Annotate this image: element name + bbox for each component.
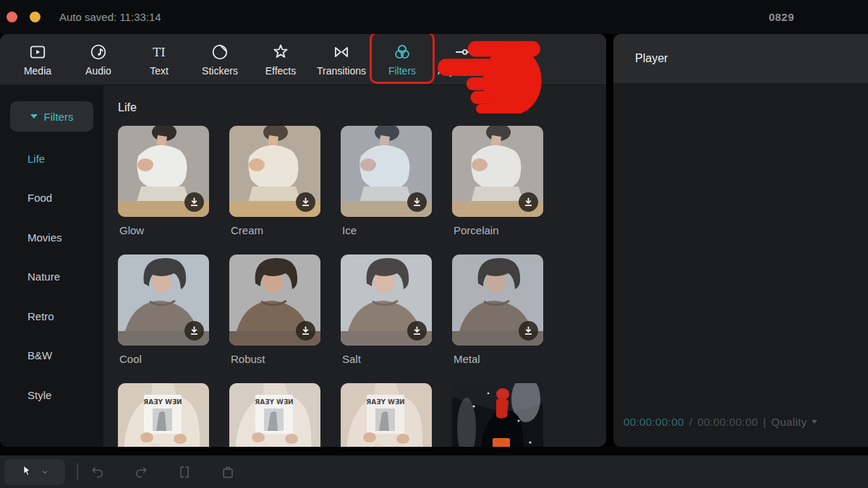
assets-panel: MediaAudioTITextStickersEffectsTransitio… [0, 34, 606, 447]
tab-audio[interactable]: Audio [68, 37, 129, 82]
filter-card-ice[interactable]: Ice [341, 126, 432, 254]
timebar-divider: | [763, 416, 766, 428]
delete-button[interactable] [219, 463, 237, 481]
filter-name: Glow [119, 224, 209, 237]
tab-label: Transitions [317, 65, 366, 77]
main-area: MediaAudioTITextStickersEffectsTransitio… [0, 34, 868, 447]
current-timecode: 00:00:00:00 [624, 416, 684, 428]
sidebar-header-filters[interactable]: Filters [10, 101, 93, 132]
tab-media[interactable]: Media [7, 37, 68, 82]
download-icon[interactable] [407, 321, 427, 341]
sidebar-item-movies[interactable]: Movies [0, 218, 103, 257]
sidebar-item-label: Movies [27, 231, 62, 244]
tab-adjustment[interactable]: Adjustment [433, 37, 493, 82]
filter-thumbnail[interactable] [118, 254, 209, 346]
tab-label: Adjustment [438, 65, 488, 77]
filter-name: Cool [119, 353, 209, 366]
toolbar-actions [89, 463, 263, 481]
filters-grid-row: Cool Robust Salt Metal [118, 254, 606, 383]
filters-grid: Glow Cream Ice Porcelain Cool Robust Sal… [118, 126, 606, 447]
player-header: Player [613, 34, 868, 83]
sidebar-item-nature[interactable]: Nature [0, 257, 103, 297]
sidebar-item-label: Style [27, 389, 51, 401]
sidebar-item-label: Food [27, 192, 52, 204]
sidebar-list: LifeFoodMoviesNatureRetroB&WStyle [0, 139, 103, 415]
sidebar-item-food[interactable]: Food [0, 179, 103, 218]
redo-button[interactable] [132, 463, 150, 481]
chevron-down-icon [812, 420, 817, 424]
tab-label: Effects [265, 65, 297, 77]
filter-card[interactable]: ЯAƎY WƎИ [341, 383, 432, 447]
download-icon[interactable] [296, 192, 315, 212]
undo-button[interactable] [89, 463, 106, 481]
tab-label: Media [24, 65, 51, 77]
filter-name: Ice [342, 224, 432, 237]
filter-thumbnail[interactable] [341, 254, 432, 346]
close-window-button[interactable] [7, 12, 17, 22]
filter-card[interactable]: ЯAƎY WƎИ [229, 383, 320, 447]
filters-grid-row: ЯAƎY WƎИ ЯAƎY WƎИ ЯAƎY WƎИ [118, 383, 606, 447]
toolbar-divider [77, 463, 78, 481]
filter-card-salt[interactable]: Salt [341, 254, 432, 383]
filter-card-glow[interactable]: Glow [118, 126, 209, 254]
filter-card[interactable]: ЯAƎY WƎИ [118, 383, 209, 447]
filter-thumbnail[interactable] [452, 126, 543, 217]
transitions-icon [332, 43, 351, 61]
filter-card-robust[interactable]: Robust [229, 254, 320, 383]
filter-thumbnail[interactable] [229, 126, 320, 217]
tab-label: Audio [85, 65, 111, 77]
section-title: Life [118, 101, 606, 114]
filter-thumbnail[interactable] [452, 254, 543, 346]
filter-name: Metal [454, 353, 543, 366]
filter-thumbnail[interactable]: ЯAƎY WƎИ [341, 383, 432, 447]
sidebar-item-label: Retro [27, 310, 54, 322]
filter-thumbnail[interactable] [341, 126, 432, 217]
filter-card[interactable] [452, 383, 543, 447]
filter-card-porcelain[interactable]: Porcelain [452, 126, 543, 254]
tab-effects[interactable]: Effects [250, 37, 311, 82]
split-button[interactable] [176, 463, 193, 481]
sidebar-item-style[interactable]: Style [0, 375, 103, 415]
quality-dropdown[interactable]: Quality [771, 416, 817, 428]
filter-thumbnail[interactable] [229, 254, 320, 346]
player-title: Player [635, 52, 668, 65]
filter-card-cool[interactable]: Cool [118, 254, 209, 383]
svg-text:ЯAƎY WƎИ: ЯAƎY WƎИ [255, 398, 293, 406]
download-icon[interactable] [296, 321, 315, 341]
download-icon[interactable] [184, 321, 204, 341]
filter-thumbnail[interactable] [452, 383, 543, 447]
project-counter: 0829 [769, 11, 794, 23]
filter-name: Porcelain [454, 224, 543, 237]
sidebar-item-retro[interactable]: Retro [0, 296, 103, 336]
sidebar-item-life[interactable]: Life [0, 139, 103, 179]
download-icon[interactable] [184, 192, 204, 212]
chevron-down-icon [40, 467, 50, 477]
filter-card-cream[interactable]: Cream [229, 126, 320, 254]
filters-content: Life Glow Cream Ice Porcelain Cool Robus… [103, 85, 606, 447]
select-tool-button[interactable] [4, 459, 65, 485]
timeline-toolbar [0, 455, 868, 488]
media-icon [28, 43, 47, 61]
tab-transitions[interactable]: Transitions [311, 37, 372, 82]
svg-text:TI: TI [153, 45, 165, 59]
filter-card-metal[interactable]: Metal [452, 254, 543, 383]
tab-bar: MediaAudioTITextStickersEffectsTransitio… [0, 34, 606, 85]
filter-thumbnail[interactable] [118, 126, 209, 217]
tab-stickers[interactable]: Stickers [190, 37, 250, 82]
download-icon[interactable] [519, 192, 538, 212]
adjustment-icon [454, 43, 472, 61]
tab-filters[interactable]: Filters [372, 37, 433, 82]
tab-label: Filters [388, 65, 416, 77]
filter-thumbnail[interactable]: ЯAƎY WƎИ [118, 383, 209, 447]
minimize-window-button[interactable] [30, 12, 41, 22]
total-timecode: 00:00:00:00 [697, 416, 758, 428]
download-icon[interactable] [407, 192, 427, 212]
sidebar-item-bw[interactable]: B&W [0, 336, 103, 376]
filter-thumbnail[interactable]: ЯAƎY WƎИ [229, 383, 320, 447]
tab-label: Stickers [202, 65, 238, 77]
filter-name: Cream [231, 224, 320, 237]
tab-text[interactable]: TIText [129, 37, 190, 82]
download-icon[interactable] [519, 321, 538, 341]
time-separator: / [689, 416, 693, 428]
filters-icon [393, 43, 412, 61]
